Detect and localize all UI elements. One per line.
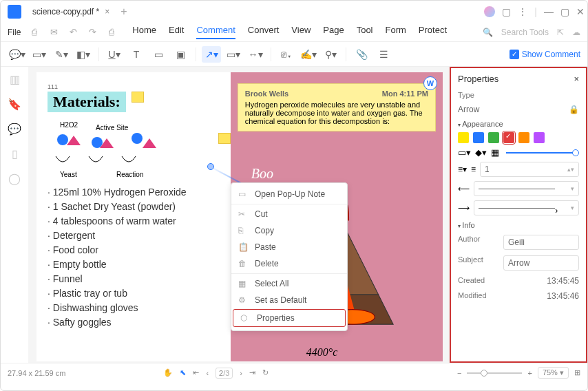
- file-menu[interactable]: File: [8, 28, 21, 37]
- word-export-icon[interactable]: W: [423, 76, 437, 90]
- start-cap-icon[interactable]: ⟵: [458, 184, 470, 193]
- stamp-tool[interactable]: ⎚▾: [277, 46, 296, 63]
- tab-page[interactable]: Page: [323, 25, 344, 39]
- opacity-icon[interactable]: ▦: [491, 147, 499, 158]
- pencil-tool[interactable]: ✎▾: [52, 46, 71, 63]
- zoom-select[interactable]: 75% ▾: [538, 367, 569, 379]
- tab-tool[interactable]: Tool: [357, 25, 373, 39]
- text-tool[interactable]: T: [127, 46, 146, 63]
- share-icon[interactable]: ⇱: [557, 28, 564, 37]
- prev-page-icon[interactable]: ‹: [206, 369, 209, 377]
- zoom-out-icon[interactable]: −: [457, 369, 461, 377]
- sticky-note-icon-2[interactable]: [218, 133, 231, 144]
- color-red[interactable]: [503, 132, 514, 143]
- menu-delete[interactable]: 🗑Delete: [231, 255, 347, 272]
- eraser-tool[interactable]: ◧▾: [74, 46, 93, 63]
- tab-convert[interactable]: Convert: [248, 25, 280, 39]
- opacity-slider[interactable]: [506, 152, 576, 154]
- document-tab[interactable]: science-copy.pdf * ×: [25, 4, 116, 19]
- tab-protect[interactable]: Protect: [419, 25, 447, 39]
- close-window-icon[interactable]: ✕: [576, 6, 585, 17]
- menu-copy[interactable]: ⎘Copy: [231, 222, 347, 239]
- shape-tool[interactable]: ▭▾: [224, 46, 243, 63]
- menu-set-default[interactable]: ⚙Set as Default: [231, 292, 347, 308]
- underline-tool[interactable]: U▾: [105, 46, 124, 63]
- author-input[interactable]: Geili: [503, 235, 579, 250]
- search-panel-icon[interactable]: ◯: [8, 171, 21, 185]
- textbox-tool[interactable]: ▭: [149, 46, 168, 63]
- save-icon[interactable]: ⎙: [29, 27, 40, 38]
- distance-tool[interactable]: ↔▾: [246, 46, 265, 63]
- undo-icon[interactable]: ↶: [67, 27, 78, 38]
- fill-color-icon[interactable]: ◆▾: [475, 147, 487, 158]
- close-properties-icon[interactable]: ×: [574, 74, 579, 84]
- zoom-in-icon[interactable]: +: [527, 369, 532, 377]
- menu-open-popup[interactable]: ▭Open Pop-Up Note: [231, 186, 347, 202]
- redo-icon[interactable]: ↷: [87, 27, 98, 38]
- minimize-icon[interactable]: —: [544, 6, 554, 17]
- color-yellow[interactable]: [458, 132, 469, 143]
- tab-edit[interactable]: Edit: [169, 25, 184, 39]
- menu-select-all[interactable]: ▦Select All: [231, 275, 347, 292]
- properties-title: Properties: [458, 74, 498, 84]
- menu-cut[interactable]: ✂Cut: [231, 206, 347, 222]
- sticky-note[interactable]: Brook Wells Mon 4:11 PM Hydrogen peroxid…: [238, 83, 436, 131]
- notification-icon[interactable]: ▢: [502, 6, 511, 17]
- lock-icon[interactable]: 🔒: [569, 105, 579, 114]
- comments-panel-icon[interactable]: 💬: [8, 122, 21, 136]
- attachments-icon[interactable]: ▯: [8, 147, 21, 160]
- list-icon[interactable]: ☰: [374, 46, 393, 63]
- thumbnails-icon[interactable]: ▥: [8, 72, 21, 86]
- rotate-icon[interactable]: ↻: [262, 368, 269, 377]
- bookmarks-icon[interactable]: 🔖: [8, 97, 21, 111]
- next-page-icon[interactable]: ›: [240, 369, 242, 377]
- end-cap-icon[interactable]: ⟶: [458, 203, 470, 213]
- start-style-select[interactable]: ▾: [474, 181, 579, 196]
- new-tab-button[interactable]: +: [120, 6, 127, 18]
- zoom-slider[interactable]: [467, 372, 522, 374]
- attach-tool[interactable]: ⚲▾: [321, 46, 340, 63]
- tab-comment[interactable]: Comment: [196, 25, 235, 39]
- arrow-handle[interactable]: [207, 163, 214, 170]
- search-icon[interactable]: 🔍: [483, 28, 493, 37]
- menu-properties[interactable]: ⬡Properties: [233, 309, 346, 327]
- tab-view[interactable]: View: [291, 25, 311, 39]
- properties-panel: Properties × Type Arrow 🔒 Appearance ▭▾ …: [450, 67, 587, 363]
- highlight-tool[interactable]: ▭▾: [30, 46, 49, 63]
- color-blue[interactable]: [473, 132, 484, 143]
- page-number-input[interactable]: 2/3: [216, 368, 233, 379]
- note-tool[interactable]: 💬▾: [8, 46, 27, 63]
- tab-form[interactable]: Form: [386, 25, 406, 39]
- tab-home[interactable]: Home: [132, 25, 156, 39]
- temperature-label: 4400°c: [306, 346, 338, 359]
- sticky-note-icon[interactable]: [132, 92, 144, 103]
- clip-icon[interactable]: 📎: [352, 46, 371, 63]
- cloud-icon[interactable]: ☁: [572, 28, 580, 37]
- first-page-icon[interactable]: ⇤: [193, 368, 199, 377]
- print-icon[interactable]: ⎙: [106, 27, 117, 38]
- end-style-select[interactable]: ›▾: [474, 200, 579, 215]
- color-green[interactable]: [488, 132, 499, 143]
- thickness-icon[interactable]: ≡: [471, 165, 476, 174]
- hand-tool-icon[interactable]: ✋: [163, 368, 173, 377]
- subject-input[interactable]: Arrow: [503, 255, 579, 271]
- last-page-icon[interactable]: ⇥: [249, 368, 255, 377]
- close-tab-icon[interactable]: ×: [105, 7, 109, 17]
- thickness-input[interactable]: 1▴▾: [480, 162, 579, 177]
- color-orange[interactable]: [518, 132, 529, 143]
- signature-tool[interactable]: ✍▾: [299, 46, 318, 63]
- fit-page-icon[interactable]: ⊞: [574, 368, 580, 377]
- upgrade-icon[interactable]: [484, 6, 495, 17]
- mail-icon[interactable]: ✉: [48, 27, 59, 38]
- arrow-tool[interactable]: ↗▾: [202, 46, 221, 63]
- search-placeholder[interactable]: Search Tools: [501, 28, 549, 37]
- menu-paste[interactable]: 📋Paste: [231, 239, 347, 255]
- color-purple[interactable]: [534, 132, 545, 143]
- more-icon[interactable]: ⋮: [518, 6, 527, 17]
- callout-tool[interactable]: ▣: [171, 46, 190, 63]
- show-comment-toggle[interactable]: ✓ Show Comment: [510, 50, 580, 59]
- maximize-icon[interactable]: ▢: [560, 6, 569, 17]
- stroke-color-icon[interactable]: ▭▾: [458, 147, 471, 158]
- select-tool-icon[interactable]: ⬉: [180, 368, 186, 377]
- line-style-icon[interactable]: ≡▾: [458, 165, 467, 174]
